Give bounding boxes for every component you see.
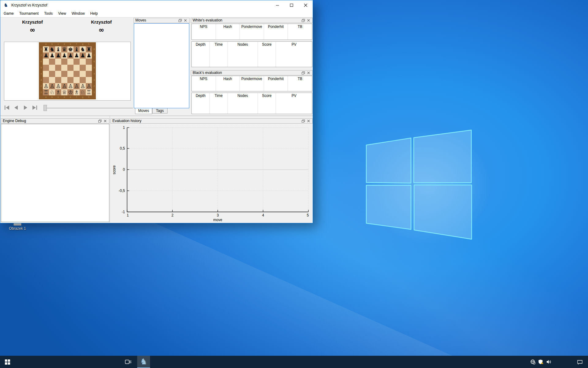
board-square[interactable]: ♕ — [61, 89, 67, 95]
black-eval-search-table[interactable]: Depth Time Nodes Score PV — [191, 93, 312, 114]
board-square[interactable]: ♘ — [80, 89, 86, 95]
move-slider-handle[interactable] — [43, 105, 47, 111]
board-square[interactable]: ♞ — [49, 46, 55, 52]
board-square[interactable]: ♙ — [43, 83, 49, 89]
board-square[interactable] — [43, 59, 49, 65]
board-square[interactable] — [74, 71, 80, 77]
black-eval-stats-table[interactable]: NPS Hash Pondermove Ponderhit TB — [191, 76, 312, 91]
board-square[interactable]: ♖ — [43, 89, 49, 95]
security-tray-button[interactable] — [537, 356, 545, 368]
taskbar-chess-app-button[interactable]: ♞ — [137, 356, 150, 368]
network-tray-button[interactable] — [529, 356, 537, 368]
engine-debug-log[interactable] — [1, 124, 109, 222]
moves-list[interactable] — [134, 23, 189, 108]
board-square[interactable]: ♛ — [61, 46, 67, 52]
board-square[interactable]: ♜ — [86, 46, 92, 52]
desktop-icon-label[interactable]: Obrazek 1 — [3, 226, 32, 231]
splitter[interactable] — [0, 116, 313, 116]
black-eval-close-button[interactable] — [306, 71, 311, 75]
eval-history-panel-header[interactable]: Evaluation history — [111, 118, 313, 124]
column-header-tb[interactable]: TB — [288, 76, 312, 91]
board-square[interactable] — [67, 59, 74, 65]
board-square[interactable]: ♙ — [61, 83, 67, 89]
eval-history-close-button[interactable] — [306, 119, 311, 123]
board-square[interactable] — [61, 65, 67, 71]
board-square[interactable] — [86, 65, 92, 71]
board-square[interactable]: ♙ — [74, 83, 80, 89]
column-header-time[interactable]: Time — [210, 42, 228, 67]
column-header-pondermove[interactable]: Pondermove — [240, 76, 264, 91]
column-header-nps[interactable]: NPS — [192, 76, 216, 91]
column-header-pv[interactable]: PV — [276, 42, 312, 67]
board-square[interactable]: ♖ — [86, 89, 92, 95]
board-square[interactable]: ♜ — [43, 46, 49, 52]
eval-history-float-button[interactable] — [301, 119, 306, 123]
board-square[interactable] — [43, 77, 49, 83]
white-eval-search-table[interactable]: Depth Time Nodes Score PV — [191, 41, 312, 67]
board-square[interactable]: ♞ — [80, 46, 86, 52]
board-square[interactable]: ♟ — [43, 52, 49, 59]
white-eval-close-button[interactable] — [306, 18, 311, 23]
engine-debug-panel-header[interactable]: Engine Debug — [1, 118, 109, 124]
move-slider-track[interactable] — [43, 108, 133, 109]
board-square[interactable] — [49, 71, 55, 77]
column-header-nodes[interactable]: Nodes — [228, 42, 258, 67]
column-header-time[interactable]: Time — [210, 93, 228, 114]
board-square[interactable] — [67, 65, 74, 71]
board-square[interactable] — [49, 65, 55, 71]
moves-float-button[interactable] — [178, 18, 183, 23]
board-square[interactable]: ♙ — [86, 83, 92, 89]
board-square[interactable]: ♟ — [49, 52, 55, 59]
close-button[interactable] — [299, 0, 313, 10]
board-square[interactable] — [61, 71, 67, 77]
action-center-button[interactable] — [574, 356, 586, 368]
column-header-nodes[interactable]: Nodes — [228, 93, 258, 114]
column-header-depth[interactable]: Depth — [192, 93, 210, 114]
board-square[interactable]: ♟ — [67, 52, 74, 59]
menu-window[interactable]: Window — [69, 10, 88, 17]
menu-view[interactable]: View — [55, 10, 69, 17]
menu-help[interactable]: Help — [88, 10, 101, 17]
board-square[interactable] — [80, 77, 86, 83]
board-square[interactable] — [49, 59, 55, 65]
column-header-ponderhit[interactable]: Ponderhit — [264, 76, 288, 91]
start-button[interactable] — [0, 356, 15, 368]
board-square[interactable] — [43, 65, 49, 71]
chess-board[interactable]: abcdefgh abcdefgh 87654321 87654321 ♜♞♝♛… — [39, 42, 96, 99]
column-header-hash[interactable]: Hash — [216, 76, 240, 91]
menu-tournament[interactable]: Tournament — [17, 10, 41, 17]
white-eval-panel-header[interactable]: White's evaluation — [191, 18, 313, 23]
board-square[interactable]: ♟ — [61, 52, 67, 59]
board-square[interactable]: ♙ — [49, 83, 55, 89]
engine-debug-close-button[interactable] — [103, 119, 108, 123]
board-square[interactable] — [43, 71, 49, 77]
board-square[interactable] — [74, 65, 80, 71]
maximize-button[interactable] — [285, 0, 299, 10]
minimize-button[interactable] — [270, 0, 285, 10]
board-square[interactable] — [86, 59, 92, 65]
column-header-hash[interactable]: Hash — [216, 24, 240, 40]
task-view-button[interactable] — [121, 356, 135, 368]
menu-game[interactable]: Game — [1, 10, 17, 17]
desktop-icon-image[interactable] — [13, 223, 21, 226]
board-square[interactable]: ♗ — [55, 89, 61, 95]
app-knight-icon[interactable]: ♞ — [4, 2, 8, 8]
board-square[interactable]: ♝ — [74, 46, 80, 52]
column-header-ponderhit[interactable]: Ponderhit — [264, 24, 288, 40]
previous-move-button[interactable] — [13, 104, 20, 111]
board-square[interactable]: ♝ — [55, 46, 61, 52]
board-square[interactable]: ♔ — [67, 89, 74, 95]
board-square[interactable]: ♙ — [67, 83, 74, 89]
column-header-score[interactable]: Score — [258, 93, 276, 114]
column-header-score[interactable]: Score — [258, 42, 276, 67]
tab-moves[interactable]: Moves — [135, 108, 152, 114]
board-square[interactable] — [74, 77, 80, 83]
board-square[interactable]: ♟ — [55, 52, 61, 59]
board-square[interactable] — [74, 59, 80, 65]
title-bar[interactable]: ♞ Krzysztof vs Krzysztof — [0, 0, 313, 10]
column-header-depth[interactable]: Depth — [192, 42, 210, 67]
column-header-pv[interactable]: PV — [276, 93, 312, 114]
black-eval-float-button[interactable] — [301, 71, 306, 75]
white-eval-stats-table[interactable]: NPS Hash Pondermove Ponderhit TB — [191, 24, 312, 40]
board-square[interactable] — [55, 77, 61, 83]
